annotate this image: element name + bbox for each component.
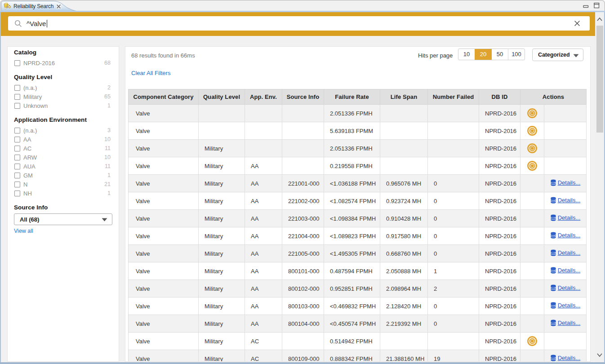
checkbox-n-a[interactable] [14,128,20,133]
action-details-cell[interactable]: Details... [544,192,587,210]
scroll-up-icon[interactable] [596,16,604,22]
scroll-down-icon[interactable] [596,352,604,358]
cell-failure-rate: 2.051336 FPMH [324,105,380,122]
target-icon[interactable] [527,336,538,346]
hits-option-100[interactable]: 100 [508,49,525,60]
details-action[interactable]: Details... [550,320,581,326]
action-icon-cell[interactable] [520,140,544,157]
results-table: Component CategoryQuality LevelApp. Env.… [128,89,587,362]
checkbox-nprd-2016[interactable] [14,60,20,66]
checkbox-aa[interactable] [14,137,20,142]
checkbox-n[interactable] [14,182,20,187]
action-details-cell[interactable]: Details... [544,227,587,245]
details-link[interactable]: Details... [558,249,581,256]
details-action[interactable]: Details... [550,179,581,186]
action-icon-cell [520,210,544,227]
checkbox-ac[interactable] [14,146,20,151]
target-icon[interactable] [527,160,538,171]
cell-source-info [282,122,324,140]
details-action[interactable]: Details... [550,302,581,309]
table-row: ValveMilitaryAA0.219558 FPMHNPRD-2016 [129,157,587,175]
clear-all-filters-link[interactable]: Clear All Filters [131,70,170,76]
action-details-cell[interactable]: Details... [544,262,587,280]
filter-item-arw[interactable]: ARW10 [14,153,111,162]
details-link[interactable]: Details... [558,302,581,309]
details-action[interactable]: Details... [550,232,581,239]
source-info-dropdown[interactable]: All (68) [14,213,112,225]
filter-item-nh[interactable]: NH1 [14,189,111,198]
action-icon-cell[interactable] [520,157,544,175]
checkbox-aua[interactable] [14,164,20,169]
cell-number-failed: 1 [428,262,479,280]
checkbox-military[interactable] [14,94,20,100]
target-icon[interactable] [527,125,538,136]
action-icon-cell[interactable] [520,122,544,140]
maximize-view-icon[interactable] [594,3,600,9]
tab-close-icon[interactable] [56,4,61,9]
details-action[interactable]: Details... [550,249,581,256]
details-action[interactable]: Details... [550,214,581,221]
cell-source-info: 800109-000 [282,350,324,362]
action-details-cell[interactable]: Details... [544,280,587,297]
action-details-cell[interactable]: Details... [544,245,587,262]
action-details-cell [544,157,587,175]
filter-item-ac[interactable]: AC11 [14,144,111,153]
details-link[interactable]: Details... [558,197,581,204]
details-action[interactable]: Details... [550,197,581,204]
hits-option-20[interactable]: 20 [475,49,491,60]
details-action[interactable]: Details... [550,355,581,361]
details-action[interactable]: Details... [550,284,581,291]
checkbox-unknown[interactable] [14,103,20,109]
cell-component-category: Valve [129,333,199,350]
cell-number-failed [428,333,479,350]
cell-failure-rate: 0.219558 FPMH [324,157,380,175]
filter-item-unknown[interactable]: Unknown1 [14,101,111,110]
details-link[interactable]: Details... [558,179,581,186]
cell-number-failed: 19 [428,350,479,362]
database-icon [550,355,556,361]
filter-item-aua[interactable]: AUA11 [14,162,111,171]
details-link[interactable]: Details... [558,267,581,274]
action-details-cell[interactable]: Details... [544,350,587,362]
action-details-cell[interactable]: Details... [544,175,587,192]
filter-item-military[interactable]: Military65 [14,92,111,101]
filter-item-gm[interactable]: GM1 [14,171,111,180]
cell-quality-level: Military [199,192,245,210]
clear-search-icon[interactable] [574,20,580,28]
hits-option-10[interactable]: 10 [458,49,475,60]
checkbox-nh[interactable] [14,191,20,196]
filter-item-n[interactable]: N21 [14,180,111,189]
cell-component-category: Valve [129,315,199,333]
target-icon[interactable] [527,108,538,119]
action-details-cell[interactable]: Details... [544,297,587,315]
details-link[interactable]: Details... [558,355,581,361]
hits-per-page-group: 102050100 [458,49,525,60]
action-details-cell[interactable]: Details... [544,210,587,227]
details-link[interactable]: Details... [558,284,581,291]
action-details-cell[interactable]: Details... [544,315,587,333]
view-all-link[interactable]: View all [14,228,33,234]
details-link[interactable]: Details... [558,232,581,239]
details-link[interactable]: Details... [558,320,581,326]
filter-item-n-a[interactable]: (n.a.)3 [14,126,111,135]
details-link[interactable]: Details... [558,214,581,221]
tab-reliability-search[interactable]: Reliability Search [4,2,61,10]
target-icon[interactable] [527,143,538,154]
vertical-scrollbar[interactable] [595,12,604,362]
filter-section-title-quality-level: Quality Level [14,73,111,82]
filter-item-nprd-2016[interactable]: NPRD-201668 [14,58,111,67]
details-action[interactable]: Details... [550,267,581,274]
search-input[interactable]: ^Valve [8,16,590,31]
minimize-view-icon[interactable] [583,3,589,9]
filter-item-aa[interactable]: AA10 [14,135,111,144]
scrollbar-thumb[interactable] [596,26,603,133]
checkbox-n-a[interactable] [14,85,20,91]
hits-option-50[interactable]: 50 [491,49,508,60]
checkbox-arw[interactable] [14,155,20,160]
filter-item-count: 3 [107,127,111,133]
checkbox-gm[interactable] [14,173,20,178]
action-icon-cell[interactable] [520,333,544,350]
view-mode-dropdown[interactable]: Categorized [532,49,583,61]
filter-item-n-a[interactable]: (n.a.)2 [14,83,111,92]
action-icon-cell[interactable] [520,105,544,122]
